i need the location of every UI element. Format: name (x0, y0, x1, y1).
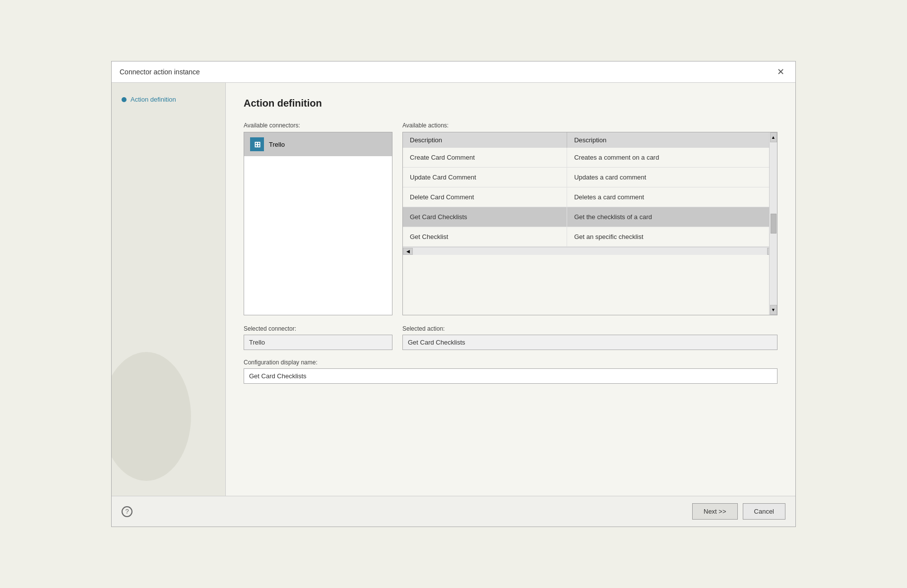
close-button[interactable]: ✕ (774, 66, 787, 77)
config-display-name-input[interactable] (244, 368, 777, 384)
action-description-cell: Updates a card comment (567, 168, 769, 187)
available-connectors-label: Available connectors: (244, 122, 392, 129)
connector-panel: Available connectors: ⊞ Trello (244, 122, 392, 315)
horizontal-scrollbar[interactable]: ◀ ▶ (403, 247, 777, 255)
available-actions-label: Available actions: (402, 122, 777, 129)
selected-connector-label: Selected connector: (244, 325, 392, 332)
help-button[interactable]: ? (122, 506, 132, 517)
actions-panel: Available actions: Description Descripti… (402, 122, 777, 315)
table-row[interactable]: Create Card Comment Creates a comment on… (403, 148, 769, 168)
connector-action-dialog: Connector action instance ✕ Action defin… (111, 61, 796, 527)
table-row[interactable]: Update Card Comment Updates a card comme… (403, 168, 769, 187)
table-row[interactable]: Get Checklist Get an specific checklist (403, 227, 769, 247)
config-display-name-label: Configuration display name: (244, 359, 777, 366)
col-header-action: Description (403, 132, 567, 148)
action-name-cell: Update Card Comment (403, 168, 567, 187)
table-row[interactable]: Delete Card Comment Deletes a card comme… (403, 187, 769, 207)
action-name-cell: Delete Card Comment (403, 187, 567, 207)
action-description-cell: Get the checklists of a card (567, 207, 769, 227)
actions-table-wrapper: Description Description Create Card Comm… (402, 132, 777, 315)
table-row[interactable]: Get Card Checklists Get the checklists o… (403, 207, 769, 227)
connector-item-trello[interactable]: ⊞ Trello (244, 132, 392, 156)
table-header-row: Description Description (403, 132, 769, 148)
scroll-track-horizontal (413, 247, 767, 255)
next-button[interactable]: Next >> (692, 503, 738, 520)
table-scroll-area[interactable]: Description Description Create Card Comm… (403, 132, 769, 247)
selected-action-group: Selected action: (402, 325, 777, 350)
connector-list[interactable]: ⊞ Trello (244, 132, 392, 315)
action-description-cell: Get an specific checklist (567, 227, 769, 247)
col-header-description: Description (567, 132, 769, 148)
connectors-actions-row: Available connectors: ⊞ Trello Available… (244, 122, 777, 315)
selected-action-label: Selected action: (402, 325, 777, 332)
selected-action-input (402, 335, 777, 350)
sidebar-item-action-definition[interactable]: Action definition (120, 93, 217, 106)
vertical-scrollbar[interactable]: ▲ ▼ (769, 132, 777, 315)
action-name-cell: Get Checklist (403, 227, 567, 247)
connector-name: Trello (269, 141, 285, 148)
action-description-cell: Deletes a card comment (567, 187, 769, 207)
section-title: Action definition (244, 98, 777, 109)
scroll-up-arrow[interactable]: ▲ (770, 132, 777, 142)
scroll-thumb[interactable] (771, 214, 777, 234)
cancel-button[interactable]: Cancel (743, 503, 785, 520)
sidebar: Action definition (112, 83, 226, 496)
main-content: Action definition Available connectors: … (226, 83, 795, 496)
active-dot (122, 97, 127, 102)
sidebar-item-label: Action definition (130, 96, 176, 103)
selected-connector-input (244, 335, 392, 350)
footer-buttons: Next >> Cancel (692, 503, 785, 520)
sidebar-decoration (112, 352, 191, 481)
selected-fields-row: Selected connector: Selected action: (244, 325, 777, 350)
action-name-cell: Create Card Comment (403, 148, 567, 168)
selected-connector-group: Selected connector: (244, 325, 392, 350)
dialog-footer: ? Next >> Cancel (112, 496, 795, 527)
title-bar: Connector action instance ✕ (112, 61, 795, 83)
scroll-left-arrow[interactable]: ◀ (403, 248, 413, 255)
action-name-cell: Get Card Checklists (403, 207, 567, 227)
trello-icon: ⊞ (250, 137, 264, 151)
footer-left: ? (122, 506, 132, 517)
action-description-cell: Creates a comment on a card (567, 148, 769, 168)
config-display-name-group: Configuration display name: (244, 359, 777, 384)
actions-table: Description Description Create Card Comm… (403, 132, 769, 247)
scroll-down-arrow[interactable]: ▼ (770, 305, 777, 315)
dialog-title: Connector action instance (120, 68, 200, 76)
dialog-body: Action definition Action definition Avai… (112, 83, 795, 496)
